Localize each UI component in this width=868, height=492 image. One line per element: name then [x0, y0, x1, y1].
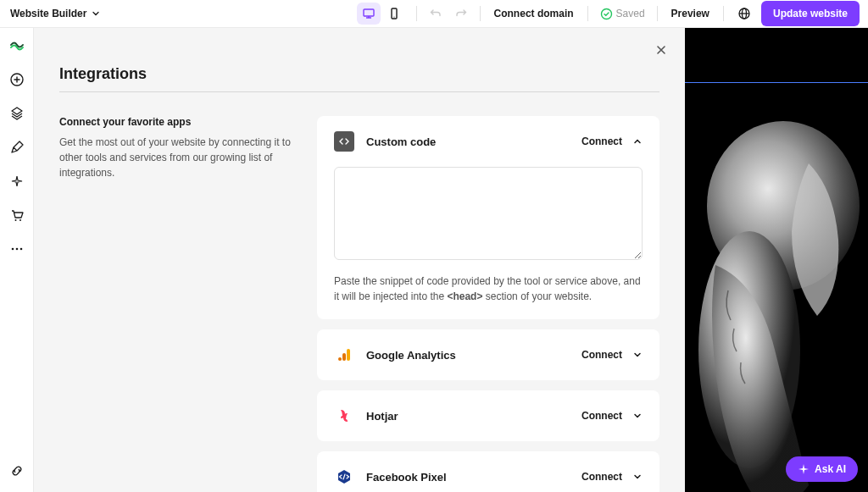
redo-icon [455, 8, 467, 19]
builder-title: Website Builder [10, 8, 86, 19]
card-right: Connect [581, 471, 643, 483]
panel-left: Connect your favorite apps Get the most … [59, 116, 297, 492]
sidebar [0, 28, 34, 492]
design-button[interactable] [8, 138, 26, 157]
selection-line [685, 82, 868, 83]
chevron-down-icon [92, 9, 100, 18]
code-icon [334, 131, 354, 152]
chevron-down-icon [632, 350, 643, 360]
header-left: Website Builder [8, 4, 102, 23]
view-toggle [355, 1, 408, 26]
divider [587, 6, 588, 21]
svg-point-7 [14, 219, 16, 221]
dots-icon [9, 241, 25, 257]
connect-domain-button[interactable]: Connect domain [489, 8, 579, 19]
sidebar-bottom [0, 462, 33, 480]
card-title: Custom code [366, 135, 436, 148]
card-right: Connect [581, 135, 643, 147]
saved-status: Saved [597, 8, 648, 20]
code-textarea[interactable] [334, 167, 643, 260]
desktop-view-button[interactable] [357, 3, 381, 25]
card-left: Google Analytics [334, 345, 456, 365]
panel-right: Custom code Connect Paste the snippet of… [317, 116, 659, 492]
ask-ai-label: Ask AI [815, 463, 846, 475]
preview-image [685, 113, 868, 492]
svg-point-14 [338, 357, 342, 361]
header: Website Builder Connect domain Saved Pre… [0, 0, 868, 28]
mobile-view-button[interactable] [382, 3, 406, 25]
plus-circle-icon [9, 72, 25, 87]
card-left: Hotjar [334, 406, 398, 426]
chevron-down-icon [632, 472, 643, 482]
add-button[interactable] [8, 70, 26, 89]
panel-title: Integrations [59, 65, 659, 83]
google-analytics-icon [334, 345, 354, 365]
svg-point-10 [15, 248, 18, 251]
sparkle-button[interactable] [8, 172, 26, 191]
card-title: Hotjar [366, 410, 398, 423]
ask-ai-button[interactable]: Ask AI [786, 456, 858, 482]
facebook-pixel-icon [334, 467, 354, 487]
svg-point-2 [393, 16, 394, 17]
connect-label: Connect [581, 471, 622, 483]
facebook-pixel-card: Facebook Pixel Connect [317, 451, 659, 492]
card-right: Connect [581, 349, 643, 361]
hotjar-icon [334, 406, 354, 426]
more-button[interactable] [8, 240, 26, 258]
custom-code-card: Custom code Connect Paste the snippet of… [317, 116, 659, 319]
preview-button[interactable]: Preview [666, 8, 715, 19]
pen-icon [9, 140, 25, 155]
divider [480, 6, 481, 21]
mobile-icon [387, 7, 401, 20]
card-header[interactable]: Google Analytics Connect [334, 345, 643, 365]
divider [59, 91, 659, 92]
link-button[interactable] [8, 462, 26, 480]
layers-button[interactable] [8, 104, 26, 123]
card-header[interactable]: Hotjar Connect [334, 406, 643, 426]
left-description: Get the most out of your website by conn… [59, 135, 297, 180]
globe-icon [737, 7, 751, 20]
svg-point-3 [601, 8, 611, 19]
code-hint: Paste the snippet of code provided by th… [334, 274, 643, 304]
layers-icon [9, 106, 25, 121]
sparkle-icon [798, 463, 810, 475]
builder-dropdown[interactable]: Website Builder [8, 4, 102, 23]
hotjar-card: Hotjar Connect [317, 390, 659, 441]
svg-rect-13 [342, 353, 346, 361]
svg-rect-0 [364, 9, 374, 16]
link-icon [9, 463, 25, 478]
card-left: Facebook Pixel [334, 467, 447, 487]
saved-label: Saved [616, 8, 645, 19]
card-header[interactable]: Facebook Pixel Connect [334, 467, 643, 487]
logo-icon[interactable] [8, 36, 26, 55]
update-website-button[interactable]: Update website [761, 1, 860, 26]
card-title: Google Analytics [366, 349, 456, 362]
chevron-up-icon [632, 136, 643, 146]
check-circle-icon [600, 8, 613, 20]
globe-button[interactable] [732, 2, 756, 25]
cart-icon [9, 207, 25, 223]
card-left: Custom code [334, 131, 436, 152]
divider [657, 6, 658, 21]
undo-button[interactable] [426, 3, 446, 24]
preview-area [685, 28, 868, 492]
divider [723, 6, 724, 21]
close-button[interactable] [651, 40, 671, 60]
svg-rect-12 [347, 349, 350, 361]
connect-label: Connect [581, 349, 622, 361]
connect-label: Connect [581, 135, 622, 147]
cart-button[interactable] [8, 206, 26, 224]
svg-point-11 [19, 248, 22, 251]
desktop-icon [362, 7, 376, 20]
undo-icon [430, 8, 442, 19]
sparkle-icon [9, 174, 25, 189]
svg-point-8 [19, 219, 21, 221]
header-right: Connect domain Saved Preview Update webs… [355, 1, 860, 26]
card-header[interactable]: Custom code Connect [334, 131, 643, 152]
redo-button[interactable] [451, 3, 471, 24]
google-analytics-card: Google Analytics Connect [317, 329, 659, 380]
panel-columns: Connect your favorite apps Get the most … [59, 116, 659, 492]
card-right: Connect [581, 410, 643, 422]
body: Integrations Connect your favorite apps … [0, 28, 868, 492]
chevron-down-icon [632, 411, 643, 421]
